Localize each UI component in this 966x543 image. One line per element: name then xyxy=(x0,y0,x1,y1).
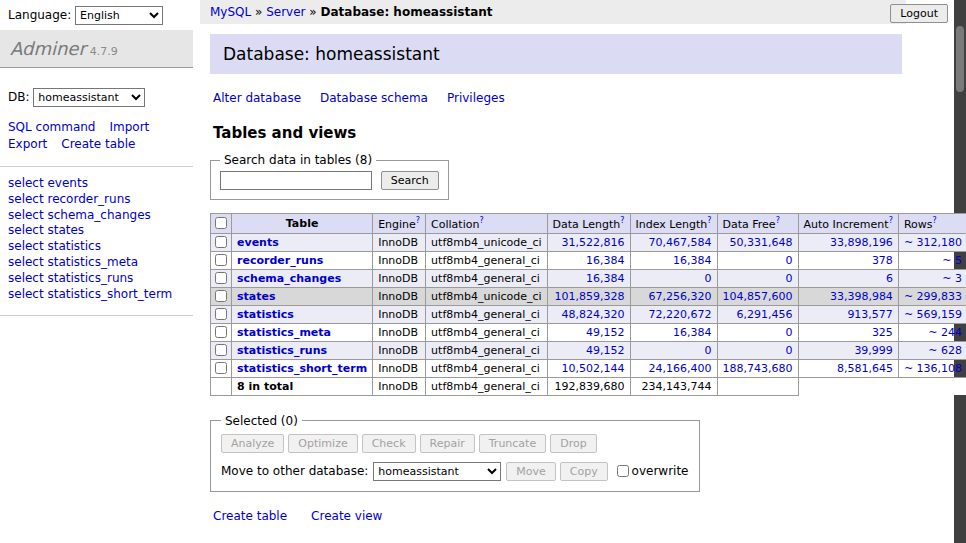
sidebar-select-statistics-runs[interactable]: select statistics_runs xyxy=(8,271,185,287)
database-schema-link[interactable]: Database schema xyxy=(320,91,428,105)
total-label-cell: 8 in total xyxy=(232,377,373,395)
table-link-events[interactable]: events xyxy=(237,236,279,249)
index-length-cell: 16,384 xyxy=(630,251,717,269)
table-link-statistics[interactable]: statistics xyxy=(237,308,294,321)
privileges-link[interactable]: Privileges xyxy=(447,91,505,105)
selected-actions: AnalyzeOptimizeCheckRepairTruncateDrop xyxy=(221,434,689,453)
scrollbar-thumb[interactable] xyxy=(956,26,964,92)
row-checkbox[interactable] xyxy=(215,254,227,266)
help-link[interactable]: ? xyxy=(479,216,483,225)
row-checkbox[interactable] xyxy=(215,362,227,374)
rows-link[interactable]: ~ 5 xyxy=(942,254,962,267)
table-row: schema_changesInnoDButf8mb4_general_ci16… xyxy=(211,269,966,287)
row-checkbox-cell xyxy=(211,287,232,305)
column-header-engine: Engine? xyxy=(373,214,426,234)
data-length-cell: 16,384 xyxy=(547,251,630,269)
breadcrumb-link-mysql[interactable]: MySQL xyxy=(210,5,251,19)
sidebar-select-schema-changes[interactable]: select schema_changes xyxy=(8,208,185,224)
create-view-link[interactable]: Create view xyxy=(311,509,382,523)
logout-button[interactable]: Logout xyxy=(890,4,948,23)
table-link-statistics-meta[interactable]: statistics_meta xyxy=(237,326,331,339)
sidebar-link-export[interactable]: Export xyxy=(8,137,47,151)
data-free-cell: 0 xyxy=(717,269,798,287)
sidebar-select-statistics-short-term[interactable]: select statistics_short_term xyxy=(8,287,185,303)
rows-link[interactable]: ~ 628 xyxy=(928,344,962,357)
sidebar-select-events[interactable]: select events xyxy=(8,176,185,192)
overwrite-checkbox[interactable] xyxy=(617,465,629,477)
column-header-label: Rows xyxy=(904,218,933,231)
data-length-cell: 16,384 xyxy=(547,269,630,287)
rows-link[interactable]: ~ 299,833 xyxy=(904,290,962,303)
adminer-logo[interactable]: Adminer4.7.9 xyxy=(0,30,193,68)
check-button[interactable]: Check xyxy=(362,434,416,453)
main-content: Database: homeassistant Alter databaseDa… xyxy=(200,24,952,543)
row-checkbox[interactable] xyxy=(215,290,227,302)
total-index-length-cell: 234,143,744 xyxy=(630,377,717,395)
truncate-button[interactable]: Truncate xyxy=(479,434,546,453)
row-checkbox[interactable] xyxy=(215,308,227,320)
rows-cell: ~ 5 xyxy=(898,251,966,269)
optimize-button[interactable]: Optimize xyxy=(288,434,357,453)
create-table-link[interactable]: Create table xyxy=(213,509,287,523)
sidebar-select-statistics-meta[interactable]: select statistics_meta xyxy=(8,255,185,271)
help-link[interactable]: ? xyxy=(889,216,893,225)
alter-database-link[interactable]: Alter database xyxy=(213,91,301,105)
sidebar-link-create-table[interactable]: Create table xyxy=(61,137,135,151)
sidebar-link-sql-command[interactable]: SQL command xyxy=(8,120,95,134)
rows-link[interactable]: ~ 244 xyxy=(928,326,962,339)
move-database-select[interactable]: homeassistant xyxy=(373,462,501,481)
table-name-cell: statistics_runs xyxy=(232,341,373,359)
column-header-collation: Collation? xyxy=(426,214,547,234)
move-button[interactable]: Move xyxy=(506,462,556,481)
search-input[interactable] xyxy=(220,171,372,190)
sidebar-select-statistics[interactable]: select statistics xyxy=(8,239,185,255)
language-label: Language: xyxy=(8,8,71,22)
sidebar-select-states[interactable]: select states xyxy=(8,223,185,239)
database-nav-links: Alter databaseDatabase schemaPrivileges xyxy=(213,91,952,105)
total-data-length-cell: 192,839,680 xyxy=(547,377,630,395)
table-row: statistics_metaInnoDButf8mb4_general_ci4… xyxy=(211,323,966,341)
sidebar-link-import[interactable]: Import xyxy=(109,120,149,134)
db-select[interactable]: homeassistant xyxy=(33,88,145,107)
table-link-recorder-runs[interactable]: recorder_runs xyxy=(237,254,323,267)
breadcrumb-link-server[interactable]: Server xyxy=(266,5,305,19)
row-checkbox-cell xyxy=(211,305,232,323)
help-link[interactable]: ? xyxy=(416,216,420,225)
help-link[interactable]: ? xyxy=(620,216,624,225)
table-link-statistics-runs[interactable]: statistics_runs xyxy=(237,344,327,357)
rows-link[interactable]: ~ 312,180 xyxy=(904,236,962,249)
row-checkbox[interactable] xyxy=(215,326,227,338)
auto-increment-cell: 325 xyxy=(798,323,898,341)
help-link[interactable]: ? xyxy=(776,216,780,225)
select-all-checkbox[interactable] xyxy=(215,217,227,229)
language-select[interactable]: English xyxy=(75,6,163,25)
row-checkbox[interactable] xyxy=(215,236,227,248)
help-link[interactable]: ? xyxy=(707,216,711,225)
tables-and-views-table: TableEngine?Collation?Data Length?Index … xyxy=(210,213,966,396)
total-engine-cell: InnoDB xyxy=(373,377,426,395)
selected-legend: Selected (0) xyxy=(221,414,302,428)
row-checkbox[interactable] xyxy=(215,272,227,284)
row-checkbox[interactable] xyxy=(215,344,227,356)
table-link-statistics-short-term[interactable]: statistics_short_term xyxy=(237,362,367,375)
column-header-label: Collation xyxy=(431,218,479,231)
rows-link[interactable]: ~ 136,108 xyxy=(904,362,962,375)
repair-button[interactable]: Repair xyxy=(420,434,475,453)
help-link[interactable]: ? xyxy=(932,216,936,225)
analyze-button[interactable]: Analyze xyxy=(221,434,284,453)
table-link-states[interactable]: states xyxy=(237,290,276,303)
copy-button[interactable]: Copy xyxy=(560,462,608,481)
column-header-label: Index Length xyxy=(636,218,708,231)
column-header-table: Table xyxy=(232,214,373,234)
table-name-cell: statistics_meta xyxy=(232,323,373,341)
sidebar-select-recorder-runs[interactable]: select recorder_runs xyxy=(8,192,185,208)
auto-increment-cell: 6 xyxy=(798,269,898,287)
row-checkbox-cell xyxy=(211,359,232,377)
data-free-cell: 50,331,648 xyxy=(717,233,798,251)
search-button[interactable]: Search xyxy=(381,171,439,190)
table-link-schema-changes[interactable]: schema_changes xyxy=(237,272,341,285)
rows-link[interactable]: ~ 569,159 xyxy=(904,308,962,321)
table-name-cell: schema_changes xyxy=(232,269,373,287)
drop-button[interactable]: Drop xyxy=(550,434,596,453)
rows-link[interactable]: ~ 3 xyxy=(942,272,962,285)
